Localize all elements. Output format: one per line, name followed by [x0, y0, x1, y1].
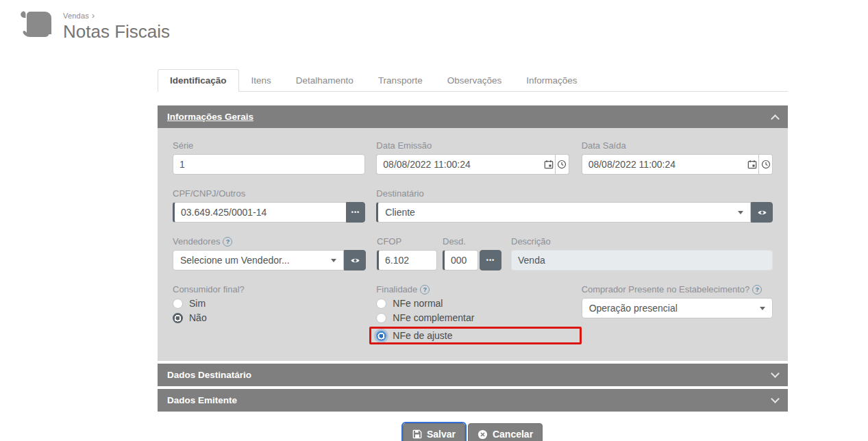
tab-informacoes[interactable]: Informações [514, 69, 589, 92]
radio-icon [376, 299, 386, 309]
field-cfop: CFOP [377, 236, 437, 270]
form-row-1: Série Data Emissão [173, 140, 773, 175]
accordion-title: Dados Emitente [167, 395, 237, 405]
chevron-down-icon [738, 211, 743, 214]
chevron-down-icon [771, 369, 780, 378]
consumidor-final-label: Consumidor final? [173, 284, 376, 294]
chevron-up-icon [771, 114, 780, 123]
page-title: Notas Fiscais [63, 21, 170, 42]
help-icon[interactable]: ? [223, 237, 232, 247]
field-vendedores: Vendedores? Selecione um Vendedor... [173, 236, 366, 270]
accordion-informacoes-gerais[interactable]: Informações Gerais [158, 105, 788, 128]
tab-transporte[interactable]: Transporte [366, 69, 435, 92]
destinatario-label: Destinatário [376, 188, 773, 199]
tab-bar: Identificação Itens Detalhamento Transpo… [158, 68, 788, 92]
calendar-icon[interactable] [542, 154, 556, 175]
cpf-cnpj-input[interactable] [173, 202, 346, 223]
tab-identificacao[interactable]: Identificação [158, 69, 239, 92]
radio-nfe-de-ajuste[interactable]: NFe de ajuste [376, 330, 452, 341]
cfop-input[interactable] [377, 250, 437, 270]
save-label: Salvar [427, 429, 456, 440]
breadcrumb[interactable]: Vendas› [63, 11, 170, 21]
radio-nao[interactable]: Não [173, 312, 376, 323]
field-data-saida: Data Saída [582, 140, 773, 175]
field-data-emissao: Data Emissão [376, 140, 569, 175]
form-row-3: Vendedores? Selecione um Vendedor... CFO… [173, 236, 773, 270]
page-header: Vendas› Notas Fiscais [19, 8, 170, 42]
radio-nfe-normal[interactable]: NFe normal [376, 298, 581, 309]
ellipsis-icon[interactable]: ••• [346, 202, 366, 223]
data-emissao-label: Data Emissão [376, 140, 569, 151]
cancel-label: Cancelar [493, 429, 533, 440]
data-emissao-input[interactable] [376, 154, 542, 175]
radio-label: Sim [189, 298, 206, 309]
destinatario-select[interactable]: Cliente [376, 202, 751, 223]
field-consumidor-final: Consumidor final? Sim Não [173, 284, 376, 344]
radio-icon [376, 313, 386, 323]
cancel-icon [478, 429, 488, 440]
finalidade-label: Finalidade? [376, 284, 581, 294]
radio-label: NFe complementar [393, 312, 474, 323]
serie-label: Série [173, 140, 365, 151]
field-comprador-presente: Comprador Presente no Estabelecimento?? … [582, 284, 773, 344]
chevron-down-icon [331, 259, 336, 262]
descricao-label: Descrição [511, 236, 773, 247]
radio-sim[interactable]: Sim [173, 298, 376, 309]
chevron-down-icon [760, 307, 765, 310]
accordion-title: Dados Destinatário [167, 370, 251, 380]
clock-icon[interactable] [759, 154, 773, 175]
red-highlight-box: NFe de ajuste [369, 327, 581, 344]
radio-label: NFe de ajuste [393, 330, 452, 341]
radio-label: NFe normal [393, 298, 443, 309]
clock-icon[interactable] [556, 154, 569, 175]
form-row-4: Consumidor final? Sim Não Finalidade? NF… [173, 284, 773, 344]
field-descricao: Descrição [511, 236, 773, 270]
accordion-dados-destinatario[interactable]: Dados Destinatário [158, 364, 788, 386]
radio-label: Não [189, 312, 207, 323]
informacoes-gerais-panel: Série Data Emissão [158, 128, 788, 361]
field-desd: Desd. ••• [443, 236, 501, 270]
cancel-button[interactable]: Cancelar [468, 423, 543, 441]
cfop-label: CFOP [377, 236, 437, 247]
eye-icon[interactable] [751, 202, 773, 223]
help-icon[interactable]: ? [752, 285, 762, 294]
field-destinatario: Destinatário Cliente [376, 188, 773, 223]
comprador-presente-select[interactable]: Operação presencial [582, 298, 773, 318]
eye-icon[interactable] [344, 250, 366, 270]
field-cpf-cnpj: CPF/CNPJ/Outros ••• [173, 188, 365, 223]
scroll-icon [19, 8, 55, 42]
vendedores-label: Vendedores? [173, 236, 366, 247]
footer-actions: Salvar Cancelar [158, 423, 788, 441]
tab-detalhamento[interactable]: Detalhamento [284, 69, 366, 92]
calendar-icon[interactable] [746, 154, 760, 175]
data-saida-label: Data Saída [582, 140, 773, 151]
radio-nfe-complementar[interactable]: NFe complementar [376, 312, 581, 323]
form-row-2: CPF/CNPJ/Outros ••• Destinatário Cliente [173, 188, 773, 223]
accordion-dados-emitente[interactable]: Dados Emitente [158, 389, 788, 412]
field-finalidade: Finalidade? NFe normal NFe complementar … [376, 284, 581, 344]
descricao-input [511, 250, 773, 270]
field-serie: Série [173, 140, 365, 175]
serie-input[interactable] [173, 154, 365, 175]
chevron-down-icon [771, 394, 780, 403]
vendedores-select[interactable]: Selecione um Vendedor... [173, 250, 344, 270]
ellipsis-icon[interactable]: ••• [480, 250, 501, 270]
desd-input[interactable] [443, 250, 478, 270]
radio-selected-icon [173, 313, 183, 323]
tab-observacoes[interactable]: Observações [435, 69, 514, 92]
vendedores-value: Selecione um Vendedor... [180, 255, 290, 266]
data-saida-input[interactable] [582, 154, 746, 175]
accordion-title: Informações Gerais [167, 112, 253, 122]
comprador-presente-label: Comprador Presente no Estabelecimento?? [582, 284, 773, 294]
destinatario-value: Cliente [385, 207, 415, 218]
tab-itens[interactable]: Itens [239, 69, 284, 92]
radio-selected-icon [376, 331, 386, 341]
help-icon[interactable]: ? [420, 285, 430, 294]
save-button[interactable]: Salvar [403, 423, 465, 441]
cpf-cnpj-label: CPF/CNPJ/Outros [173, 188, 365, 199]
comprador-presente-value: Operação presencial [589, 303, 678, 314]
breadcrumb-separator-icon: › [92, 11, 95, 21]
header-text: Vendas› Notas Fiscais [63, 8, 170, 42]
desd-label: Desd. [443, 236, 501, 247]
radio-icon [173, 299, 183, 309]
